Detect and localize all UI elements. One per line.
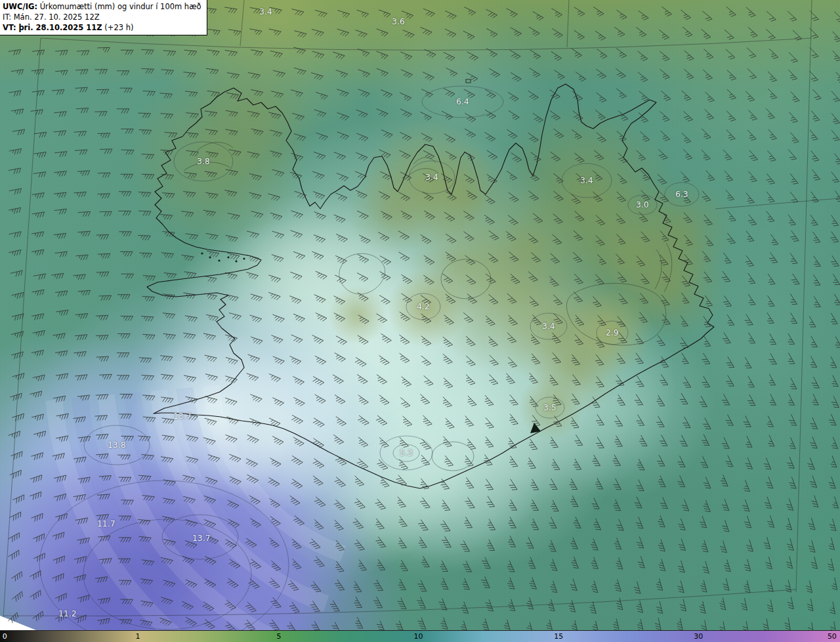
- init-label: IT:: [3, 12, 11, 22]
- weather-forecast-map: 3.43.66.43.83.43.43.06.34.23.42.93.513.7…: [0, 0, 840, 642]
- init-time: Mán. 27. 10. 2025 12Z: [14, 12, 100, 22]
- colorbar-tick: 30: [694, 631, 703, 642]
- valid-label: VT:: [3, 23, 16, 32]
- colorbar-tick: 5: [276, 631, 281, 642]
- model-name: UWC/IG:: [3, 2, 37, 11]
- valid-time-line: VT: þri. 28.10.2025 11Z (+23 h): [3, 22, 201, 33]
- title-line: UWC/IG: Úrkomumætti (mm) og vindur í 100…: [3, 1, 201, 12]
- valid-time: þri. 28.10.2025 11Z: [18, 23, 102, 32]
- valid-offset: (+23 h): [104, 23, 133, 32]
- colorbar-tick: 15: [554, 631, 563, 642]
- chart-title: Úrkomumætti (mm) og vindur í 100m hæð: [40, 2, 201, 11]
- init-time-line: IT: Mán. 27. 10. 2025 12Z: [3, 12, 201, 22]
- precipitation-colorbar: 01510153050: [0, 630, 840, 642]
- colorbar-tick: 50: [828, 631, 837, 642]
- colorbar-tick: 0: [3, 631, 7, 642]
- colorbar-tick: 10: [413, 631, 423, 642]
- forecast-info-box: UWC/IG: Úrkomumætti (mm) og vindur í 100…: [0, 0, 207, 35]
- colorbar-tick: 1: [135, 631, 140, 642]
- wind-barbs-canvas: [0, 0, 840, 642]
